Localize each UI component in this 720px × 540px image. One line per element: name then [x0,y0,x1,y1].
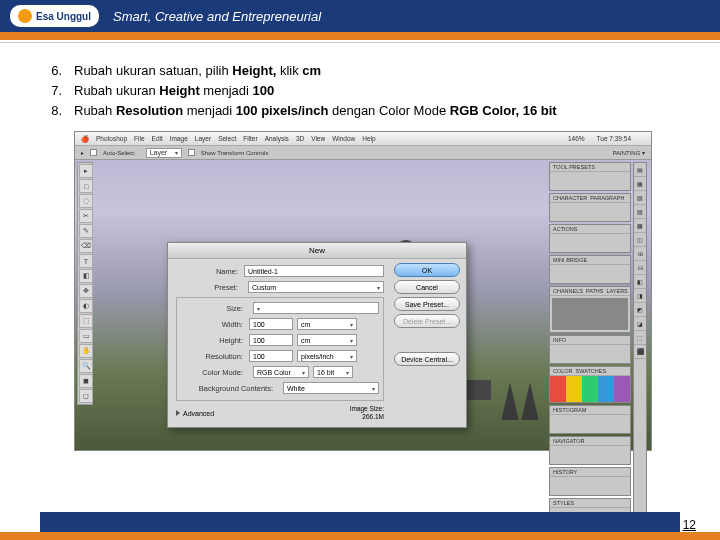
battery-pct: 146% [568,135,585,142]
panel-icon[interactable]: ◫ [634,233,646,247]
preset-label: Preset: [176,283,238,292]
tool-icon[interactable]: ✥ [79,284,93,298]
menu-item[interactable]: Layer [195,135,211,142]
tool-icon[interactable]: ⬚ [79,314,93,328]
panel-icon[interactable]: ⬛ [634,345,646,359]
menu-item[interactable]: Window [332,135,355,142]
ok-button[interactable]: OK [394,263,460,277]
menu-item[interactable]: Filter [243,135,257,142]
panel-icon[interactable]: ▦ [634,177,646,191]
tool-icon[interactable]: ✋ [79,344,93,358]
resolution-input[interactable]: 100 [249,350,293,362]
panel-icon-strip: ▤ ▦ ▧ ▨ ▩ ◫ ⊞ ⊟ ◧ ◨ ◩ ◪ ⬚ ⬛ [633,162,647,527]
panel[interactable]: CHARACTERPARAGRAPH [549,193,631,222]
tool-icon[interactable]: ◌ [79,194,93,208]
workspace-switcher[interactable]: PAINTING ▾ [612,149,645,156]
menu-item[interactable]: View [311,135,325,142]
resolution-label: Resolution: [181,352,243,361]
tool-icon[interactable]: ◐ [79,299,93,313]
panel[interactable]: CHANNELSPATHSLAYERS [549,286,631,333]
panel-icon[interactable]: ▧ [634,191,646,205]
tool-icon[interactable]: ⌫ [79,239,93,253]
colormode-dropdown[interactable]: RGB Color [253,366,309,378]
logo-badge: Esa Unggul [10,5,99,27]
tool-icon[interactable]: ✎ [79,224,93,238]
tagline: Smart, Creative and Entrepreneurial [113,9,321,24]
menu-item[interactable]: 3D [296,135,304,142]
page-number: 12 [683,518,696,532]
panel[interactable]: HISTORY [549,467,631,496]
options-bar[interactable]: ▸ Auto-Select: Layer Show Transform Cont… [75,146,651,160]
dialog-title: New [168,243,466,259]
tool-icon[interactable]: ✂ [79,209,93,223]
panel-icon[interactable]: ▨ [634,205,646,219]
resolution-unit-dropdown[interactable]: pixels/inch [297,350,357,362]
panel-color[interactable]: COLORSWATCHES [549,366,631,403]
instruction-item: 6. Rubah ukuran satuan, pilih Height, kl… [40,61,680,81]
panel-icon[interactable]: ◨ [634,289,646,303]
tools-panel: ▸ □ ◌ ✂ ✎ ⌫ T ◧ ✥ ◐ ⬚ ▭ ✋ 🔍 ◼ ◻ [77,162,93,405]
width-label: Width: [181,320,243,329]
apple-icon[interactable]: 🍎 [81,135,89,143]
transform-check[interactable] [188,149,195,156]
menu-item[interactable]: File [134,135,144,142]
auto-select-dropdown[interactable]: Layer [146,148,182,158]
height-unit-dropdown[interactable]: cm [297,334,357,346]
instruction-list: 6. Rubah ukuran satuan, pilih Height, kl… [40,61,680,121]
panel-icon[interactable]: ◪ [634,317,646,331]
panel[interactable]: HISTOGRAM [549,405,631,434]
tool-icon[interactable]: 🔍 [79,359,93,373]
slide-footer [0,512,720,540]
save-preset-button[interactable]: Save Preset... [394,297,460,311]
device-central-button[interactable]: Device Central... [394,352,460,366]
panel[interactable]: TOOL PRESETS [549,162,631,191]
tool-icon[interactable]: ◧ [79,269,93,283]
tool-icon[interactable]: ▭ [79,329,93,343]
menu-item[interactable]: Select [218,135,236,142]
advanced-disclosure[interactable]: Advanced [176,410,214,417]
name-input[interactable]: Untitled-1 [244,265,384,277]
panel-icon[interactable]: ⬚ [634,331,646,345]
preset-dropdown[interactable]: Custom [248,281,384,293]
height-input[interactable]: 100 [249,334,293,346]
tool-icon[interactable]: T [79,254,93,268]
auto-select-label: Auto-Select: [103,150,136,156]
auto-select-check[interactable] [90,149,97,156]
menu-item[interactable]: Edit [152,135,163,142]
menubar-right: 146% Tue 7:39:54 [568,135,638,142]
tool-icon[interactable]: □ [79,179,93,193]
panel-icon[interactable]: ⊟ [634,261,646,275]
panel[interactable]: MINI BRIDGE [549,255,631,284]
dialog-buttons: OK Cancel Save Preset... Delete Preset..… [394,263,460,366]
width-input[interactable]: 100 [249,318,293,330]
bgcontents-dropdown[interactable]: White [283,382,379,394]
panel-icon[interactable]: ◩ [634,303,646,317]
panel-icon[interactable]: ▤ [634,163,646,177]
bitdepth-dropdown[interactable]: 16 bit [313,366,353,378]
panel-icon[interactable]: ▩ [634,219,646,233]
move-tool-icon: ▸ [81,149,84,156]
panel-icon[interactable]: ◧ [634,275,646,289]
delete-preset-button: Delete Preset... [394,314,460,328]
tool-icon[interactable]: ◼ [79,374,93,388]
mac-menubar[interactable]: 🍎 Photoshop File Edit Image Layer Select… [75,132,651,146]
width-unit-dropdown[interactable]: cm [297,318,357,330]
menu-item[interactable]: Help [362,135,375,142]
cancel-button[interactable]: Cancel [394,280,460,294]
panel[interactable]: NAVIGATOR [549,436,631,465]
panel[interactable]: ACTIONS [549,224,631,253]
size-dropdown [253,302,379,314]
right-panels: TOOL PRESETS CHARACTERPARAGRAPH ACTIONS … [549,162,649,527]
menu-item[interactable]: Photoshop [96,135,127,142]
tool-icon[interactable]: ▸ [79,164,93,178]
panel-icon[interactable]: ⊞ [634,247,646,261]
instruction-item: 7. Rubah ukuran Height menjadi 100 [40,81,680,101]
panel[interactable]: INFO [549,335,631,364]
menu-item[interactable]: Image [170,135,188,142]
header-accent-bar [0,32,720,40]
menu-item[interactable]: Analysis [265,135,289,142]
footer-blue-bar [40,512,680,532]
layer-thumb[interactable] [552,298,628,330]
height-label: Height: [181,336,243,345]
tool-icon[interactable]: ◻ [79,389,93,403]
